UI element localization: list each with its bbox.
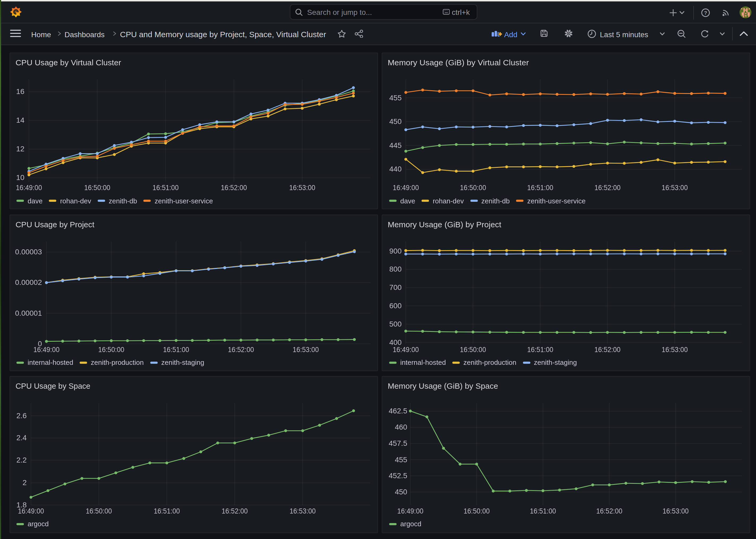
svg-text:16:50:00: 16:50:00 [464,507,490,515]
svg-text:16:53:00: 16:53:00 [662,345,688,353]
svg-text:2: 2 [22,479,27,487]
svg-text:16:53:00: 16:53:00 [289,184,315,192]
svg-text:600: 600 [389,301,402,310]
svg-text:16:53:00: 16:53:00 [289,507,315,515]
svg-text:16:50:00: 16:50:00 [98,345,124,353]
svg-text:16:51:00: 16:51:00 [163,345,189,353]
svg-text:16:51:00: 16:51:00 [527,184,553,192]
svg-text:16:53:00: 16:53:00 [663,507,689,515]
svg-text:16:51:00: 16:51:00 [530,507,556,515]
svg-text:16:50:00: 16:50:00 [84,184,110,192]
svg-text:400: 400 [389,338,402,346]
svg-text:14: 14 [16,116,24,124]
svg-text:16:53:00: 16:53:00 [293,345,318,353]
svg-text:16: 16 [16,88,24,96]
svg-text:2.4: 2.4 [16,433,27,442]
svg-text:16:52:00: 16:52:00 [594,184,621,192]
svg-text:462.5: 462.5 [389,407,407,415]
svg-text:500: 500 [389,320,402,328]
svg-text:440: 440 [389,165,402,173]
svg-text:16:51:00: 16:51:00 [152,184,178,192]
svg-text:CPU Usage by Project: CPU Usage by Project [15,220,94,229]
svg-text:16:49:00: 16:49:00 [16,184,42,192]
svg-text:0.00003: 0.00003 [15,248,42,256]
svg-text:700: 700 [389,283,402,291]
svg-text:16:52:00: 16:52:00 [221,507,247,515]
svg-text:CPU Usage by Virtual Cluster: CPU Usage by Virtual Cluster [15,58,121,67]
svg-text:16:49:00: 16:49:00 [397,507,423,515]
svg-text:0.00002: 0.00002 [15,278,42,286]
svg-text:457.5: 457.5 [389,439,407,447]
svg-text:0.00001: 0.00001 [15,309,42,317]
svg-text:CPU Usage by Space: CPU Usage by Space [15,381,90,390]
svg-text:16:50:00: 16:50:00 [86,507,111,515]
svg-text:16:53:00: 16:53:00 [662,184,688,192]
svg-text:16:52:00: 16:52:00 [596,507,622,515]
svg-text:Memory Usage (GiB) by Space: Memory Usage (GiB) by Space [388,381,498,390]
svg-text:10: 10 [16,174,24,182]
svg-text:Memory Usage (GiB) by Virtual: Memory Usage (GiB) by Virtual Cluster [388,58,529,67]
svg-text:16:51:00: 16:51:00 [527,345,553,353]
svg-text:2.2: 2.2 [16,456,27,464]
svg-text:12: 12 [16,145,24,153]
svg-text:?: ? [704,10,707,15]
svg-text:450: 450 [389,117,402,126]
svg-text:16:49:00: 16:49:00 [18,507,43,515]
svg-text:16:50:00: 16:50:00 [460,345,486,353]
svg-text:16:52:00: 16:52:00 [221,184,246,192]
svg-text:16:49:00: 16:49:00 [33,345,59,353]
svg-text:800: 800 [389,265,402,273]
svg-text:2.6: 2.6 [16,412,27,420]
svg-text:16:50:00: 16:50:00 [460,184,486,192]
svg-text:16:51:00: 16:51:00 [154,507,179,515]
svg-text:445: 445 [389,141,402,149]
svg-text:460: 460 [395,423,407,431]
svg-text:Memory Usage (GiB) by Project: Memory Usage (GiB) by Project [388,220,502,229]
svg-text:455: 455 [389,94,402,102]
svg-text:16:52:00: 16:52:00 [594,345,621,353]
svg-text:452.5: 452.5 [389,472,407,480]
svg-text:16:49:00: 16:49:00 [393,184,419,192]
svg-text:900: 900 [389,247,402,255]
svg-text:16:49:00: 16:49:00 [393,345,419,353]
svg-text:16:52:00: 16:52:00 [228,345,253,353]
svg-text:450: 450 [395,488,407,496]
svg-text:455: 455 [395,455,407,464]
